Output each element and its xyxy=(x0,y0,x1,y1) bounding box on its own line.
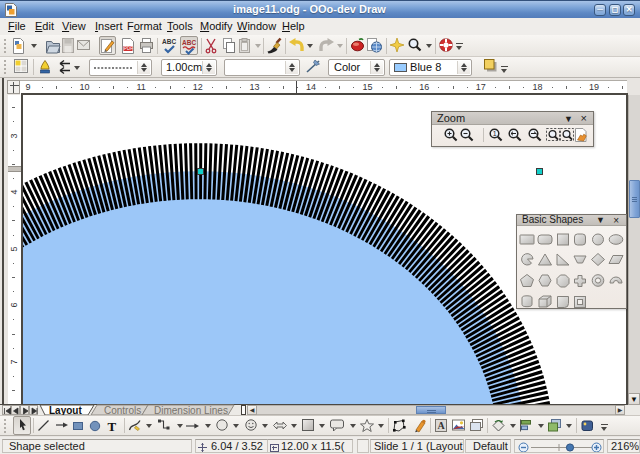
svg-text:Dimension Lines: Dimension Lines xyxy=(154,405,228,416)
svg-text:T: T xyxy=(108,419,117,434)
svg-text:ABC: ABC xyxy=(162,38,176,45)
svg-text:1: 1 xyxy=(493,130,497,137)
svg-text:ABC: ABC xyxy=(182,39,196,46)
svg-text:Layout: Layout xyxy=(49,405,82,416)
svg-text:A: A xyxy=(438,420,446,431)
svg-text:Controls: Controls xyxy=(104,405,141,416)
svg-text:PDF: PDF xyxy=(124,46,133,51)
